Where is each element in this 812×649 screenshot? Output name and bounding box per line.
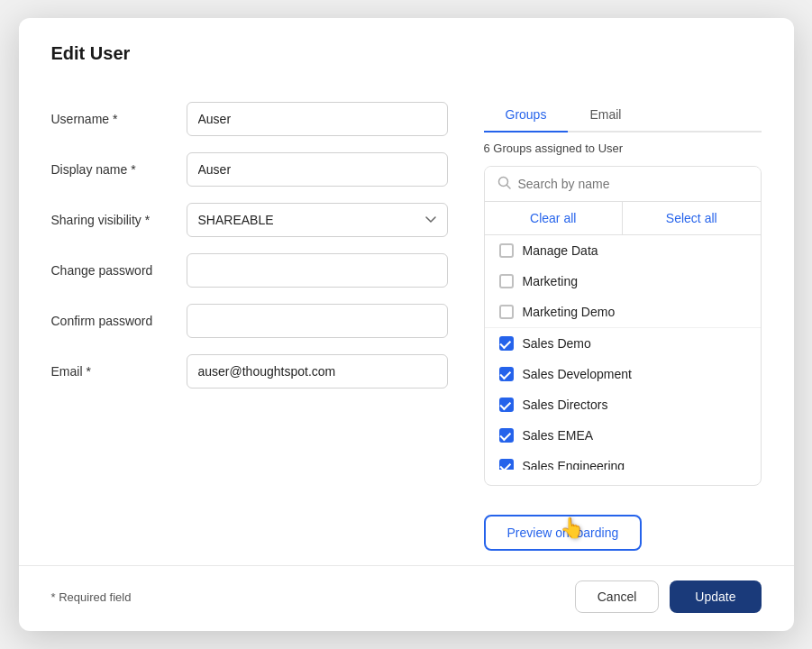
list-item[interactable]: Manage Data	[485, 235, 761, 266]
group-checkbox-sales-emea[interactable]	[499, 428, 514, 443]
left-panel: Username * Display name * Sharing visibi…	[51, 102, 448, 551]
confirm-password-label: Confirm password	[51, 314, 187, 328]
confirm-password-input[interactable]	[187, 304, 448, 338]
username-label: Username *	[51, 112, 187, 126]
groups-panel-box: Clear all Select all Manage Data Marketi…	[484, 166, 762, 486]
checked-groups-section: Sales Demo Sales Development Sales Direc…	[485, 327, 761, 470]
list-item[interactable]: Sales Development	[485, 359, 761, 389]
group-name: Sales Development	[523, 367, 632, 381]
required-note: * Required field	[51, 590, 132, 604]
list-item[interactable]: Sales EMEA	[485, 420, 761, 451]
change-password-input[interactable]	[187, 253, 448, 288]
update-button[interactable]: Update	[670, 580, 761, 613]
svg-line-1	[506, 186, 510, 189]
search-input[interactable]	[518, 177, 748, 191]
groups-list: Manage Data Marketing Marketing Demo	[485, 235, 761, 470]
group-name: Sales EMEA	[523, 428, 594, 443]
group-name: Sales Engineering	[523, 459, 625, 470]
tab-groups[interactable]: Groups	[484, 102, 569, 133]
display-name-row: Display name *	[51, 152, 448, 187]
clear-all-button[interactable]: Clear all	[485, 202, 624, 234]
group-checkbox-sales-development[interactable]	[499, 367, 514, 381]
preview-onboarding-button[interactable]: Preview onboarding	[484, 515, 643, 551]
group-checkbox-sales-demo[interactable]	[499, 336, 514, 351]
group-name: Marketing Demo	[523, 305, 616, 319]
group-checkbox-marketing[interactable]	[499, 274, 514, 288]
group-checkbox-sales-engineering[interactable]	[499, 459, 514, 470]
group-checkbox-marketing-demo[interactable]	[499, 305, 514, 319]
tab-email[interactable]: Email	[568, 102, 643, 133]
groups-count: 6 Groups assigned to User	[484, 142, 762, 155]
dialog-body: Username * Display name * Sharing visibi…	[19, 80, 794, 565]
sharing-visibility-row: Sharing visibility * SHAREABLE NOT_SHARE…	[51, 203, 448, 237]
search-box	[485, 167, 761, 202]
dialog-header: Edit User	[19, 18, 794, 80]
group-name: Sales Directors	[523, 398, 608, 412]
sharing-visibility-select[interactable]: SHAREABLE NOT_SHAREABLE	[187, 203, 448, 237]
display-name-label: Display name *	[51, 162, 187, 177]
group-checkbox-sales-directors[interactable]	[499, 398, 514, 412]
list-item[interactable]: Sales Directors	[485, 389, 761, 420]
right-panel: Groups Email 6 Groups assigned to User C…	[484, 102, 762, 551]
select-all-button[interactable]: Select all	[623, 202, 761, 234]
cancel-button[interactable]: Cancel	[575, 580, 660, 613]
dialog-footer: * Required field Cancel Update	[19, 565, 794, 631]
change-password-label: Change password	[51, 263, 187, 278]
dialog-title: Edit User	[51, 43, 131, 63]
group-checkbox-manage-data[interactable]	[499, 243, 514, 258]
footer-actions: Cancel Update	[575, 580, 762, 613]
tabs-row: Groups Email	[484, 102, 762, 133]
group-name: Marketing	[523, 274, 578, 288]
actions-row: Clear all Select all	[485, 202, 761, 235]
list-item[interactable]: Sales Engineering	[485, 451, 761, 470]
email-input[interactable]	[187, 354, 448, 388]
email-label: Email *	[51, 364, 187, 379]
unchecked-groups-section: Manage Data Marketing Marketing Demo	[485, 235, 761, 327]
list-item[interactable]: Marketing	[485, 266, 761, 297]
group-name: Sales Demo	[523, 336, 591, 351]
change-password-row: Change password	[51, 253, 448, 288]
group-name: Manage Data	[523, 243, 598, 258]
list-item[interactable]: Marketing Demo	[485, 297, 761, 327]
list-item[interactable]: Sales Demo	[485, 328, 761, 359]
username-row: Username *	[51, 102, 448, 136]
display-name-input[interactable]	[187, 152, 448, 187]
email-row: Email *	[51, 354, 448, 388]
search-icon	[497, 176, 511, 192]
sharing-visibility-label: Sharing visibility *	[51, 213, 187, 227]
confirm-password-row: Confirm password	[51, 304, 448, 338]
edit-user-dialog: Edit User Username * Display name * Shar…	[19, 18, 794, 631]
username-input[interactable]	[187, 102, 448, 136]
